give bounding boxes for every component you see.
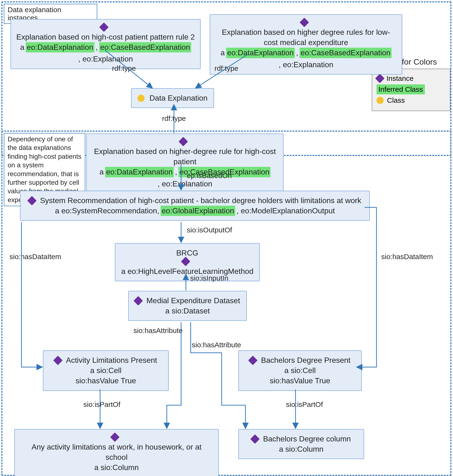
svg-line-0 (105, 50, 153, 88)
svg-line-1 (195, 54, 248, 88)
edges-svg (0, 0, 453, 476)
